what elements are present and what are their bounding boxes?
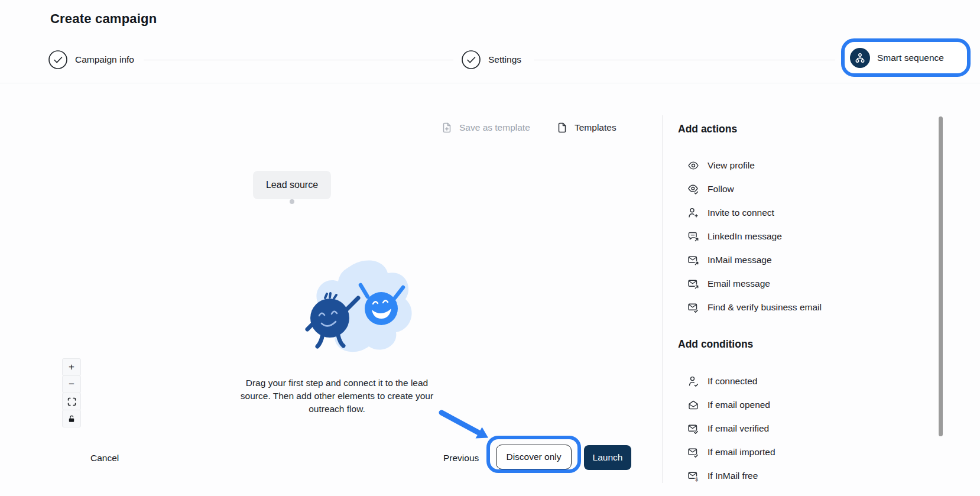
mail-check-icon — [687, 302, 699, 313]
file-icon — [556, 122, 568, 134]
sidebar-divider — [662, 115, 663, 483]
mail-arrow-icon — [687, 254, 699, 266]
canvas-zoom-controls: + − — [62, 358, 81, 427]
mail-check-icon — [687, 423, 699, 435]
action-find-verify-business-email[interactable]: Find & verify business email — [678, 296, 914, 319]
action-label: Find & verify business email — [708, 302, 822, 313]
step-label: Smart sequence — [877, 53, 944, 63]
plus-icon: + — [69, 361, 74, 373]
condition-label: If connected — [708, 376, 757, 387]
eye-check-icon — [687, 183, 699, 195]
condition-if-email-imported[interactable]: If email imported — [678, 440, 914, 464]
conditions-list: If connected If email opened If email ve… — [678, 369, 914, 488]
stepper-connector — [144, 60, 453, 60]
minus-icon: − — [69, 378, 74, 390]
action-invite-to-connect[interactable]: Invite to connect — [678, 201, 914, 225]
stepper-connector — [534, 60, 835, 60]
step-campaign-info[interactable]: Campaign info — [48, 50, 134, 69]
condition-if-inmail-free[interactable]: $ If InMail free — [678, 464, 914, 488]
condition-label: If email opened — [708, 400, 770, 410]
step-label: Settings — [488, 54, 521, 65]
mail-open-icon — [687, 399, 699, 411]
condition-if-email-verified[interactable]: If email verified — [678, 417, 914, 440]
action-linkedin-message[interactable]: LinkedIn message — [678, 225, 914, 248]
action-label: Follow — [708, 184, 734, 194]
previous-button[interactable]: Previous — [443, 453, 479, 463]
action-view-profile[interactable]: View profile — [678, 154, 914, 177]
add-actions-heading: Add actions — [678, 123, 737, 135]
mail-arrow-icon — [687, 278, 699, 290]
create-campaign-screen: Create campaign Campaign info Settings S… — [0, 0, 980, 496]
save-as-template-button[interactable]: Save as template — [441, 122, 530, 134]
action-label: Email message — [708, 278, 770, 289]
action-label: View profile — [708, 160, 755, 171]
actions-list: View profile Follow Invite to connect — [678, 154, 914, 319]
mail-dollar-icon: $ — [687, 470, 699, 482]
action-label: InMail message — [708, 255, 772, 265]
action-label: Invite to connect — [708, 208, 774, 218]
annotation-arrow — [434, 406, 494, 442]
action-inmail-message[interactable]: InMail message — [678, 248, 914, 272]
lock-open-icon — [67, 414, 76, 423]
action-follow[interactable]: Follow — [678, 177, 914, 201]
discover-only-button[interactable]: Discover only — [496, 445, 572, 469]
condition-if-connected[interactable]: If connected — [678, 369, 914, 393]
sequence-icon — [850, 48, 870, 68]
lead-source-connector-dot[interactable] — [290, 199, 294, 204]
condition-label: If email imported — [708, 447, 775, 458]
templates-button[interactable]: Templates — [556, 122, 616, 134]
fit-view-button[interactable] — [62, 393, 81, 410]
header-divider — [0, 83, 980, 83]
step-settings[interactable]: Settings — [462, 50, 521, 69]
svg-text:$: $ — [695, 476, 698, 482]
action-email-message[interactable]: Email message — [678, 272, 914, 296]
person-plus-icon — [687, 207, 699, 219]
fit-view-icon — [67, 397, 76, 406]
action-label: LinkedIn message — [708, 231, 782, 242]
eye-icon — [687, 160, 699, 171]
add-conditions-heading: Add conditions — [678, 338, 753, 351]
chat-arrow-icon — [687, 231, 699, 242]
launch-button[interactable]: Launch — [584, 445, 631, 470]
check-circle-icon — [48, 50, 67, 69]
file-plus-icon — [441, 122, 453, 134]
templates-label: Templates — [575, 122, 616, 133]
condition-label: If InMail free — [708, 471, 758, 481]
cancel-button[interactable]: Cancel — [90, 453, 119, 463]
lock-button[interactable] — [62, 410, 81, 427]
empty-state-text: Drag your first step and connect it to t… — [236, 377, 437, 416]
empty-state-illustration — [294, 254, 413, 356]
lead-source-node[interactable]: Lead source — [253, 171, 331, 199]
step-label: Campaign info — [75, 54, 134, 65]
lead-source-label: Lead source — [266, 180, 318, 190]
page-title: Create campaign — [50, 11, 157, 27]
condition-label: If email verified — [708, 423, 769, 434]
save-as-template-label: Save as template — [459, 122, 530, 133]
condition-if-email-opened[interactable]: If email opened — [678, 393, 914, 417]
zoom-out-button[interactable]: − — [62, 375, 81, 393]
zoom-in-button[interactable]: + — [62, 358, 81, 376]
person-check-icon — [687, 375, 699, 387]
mail-check-icon — [687, 446, 699, 458]
step-smart-sequence[interactable]: Smart sequence — [841, 38, 971, 77]
check-circle-icon — [462, 50, 481, 69]
sidebar-scrollbar-thumb[interactable] — [939, 116, 943, 436]
